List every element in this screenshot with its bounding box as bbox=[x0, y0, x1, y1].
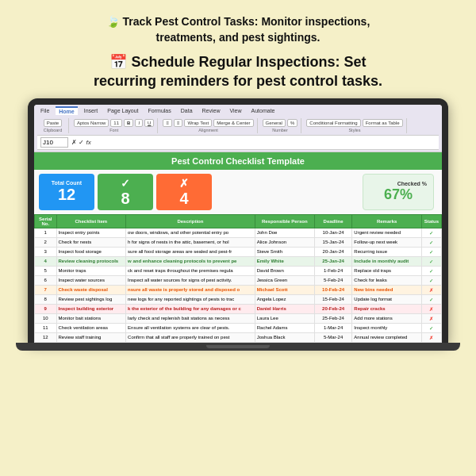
cell-item: Check for nests bbox=[56, 237, 126, 247]
cell-deadline: 15-Jan-24 bbox=[314, 237, 352, 247]
tab-page-layout[interactable]: Page Layout bbox=[104, 107, 141, 114]
table-row: 10 Monitor bait stations larly check and… bbox=[35, 313, 442, 323]
track-line2: treatments, and pest sightings. bbox=[156, 31, 321, 44]
cell-desc: Confirm that all staff are properly trai… bbox=[126, 332, 255, 342]
tab-insert[interactable]: Insert bbox=[81, 107, 102, 114]
alignment-label: Alignment bbox=[198, 128, 217, 132]
format-as-table[interactable]: Format as Table bbox=[363, 119, 403, 127]
col-person: Responsible Person bbox=[255, 214, 314, 228]
align-center[interactable]: ≡ bbox=[174, 119, 183, 127]
sheet-content: Pest Control Checklist Template Total Co… bbox=[34, 152, 442, 343]
font-size[interactable]: 11 bbox=[110, 119, 122, 127]
number-format[interactable]: General bbox=[263, 119, 286, 127]
tab-automate[interactable]: Automate bbox=[248, 107, 278, 114]
cell-remarks: Update log format bbox=[352, 294, 422, 304]
cell-deadline: 10-Feb-24 bbox=[314, 285, 352, 294]
cell-serial: 12 bbox=[35, 332, 57, 342]
clipboard-label: Clipboard bbox=[44, 128, 63, 132]
cell-remarks: Urgent review needed bbox=[352, 228, 422, 237]
cell-desc: h for signs of nests in the attic, basem… bbox=[126, 237, 255, 247]
cell-person: Laura Lee bbox=[255, 313, 314, 323]
styles-label: Styles bbox=[348, 128, 360, 132]
percent-button[interactable]: % bbox=[287, 119, 298, 127]
cell-item: Check ventilation areas bbox=[56, 323, 126, 332]
italic-button[interactable]: I bbox=[135, 119, 143, 127]
cell-desc: ow doors, windows, and other potential e… bbox=[126, 228, 255, 237]
tab-formulas[interactable]: Formulas bbox=[145, 107, 175, 114]
cell-desc: Inspect all water sources for signs of p… bbox=[126, 275, 255, 285]
cell-serial: 8 bbox=[35, 294, 57, 304]
cell-remarks: Add more stations bbox=[352, 313, 422, 323]
table-row: 4 Review cleaning protocols w and enhanc… bbox=[35, 256, 442, 266]
cell-desc: Ensure all ventilation systems are clear… bbox=[126, 323, 255, 332]
cell-deadline: 1-Feb-24 bbox=[314, 266, 352, 275]
schedule-line3: Schedule Regular Inspections: Set bbox=[131, 54, 366, 70]
track-line1: Track Pest Control Tasks: Monitor inspec… bbox=[123, 15, 370, 28]
check-count: 8 bbox=[121, 190, 129, 207]
table-row: 6 Inspect water sources Inspect all wate… bbox=[35, 275, 442, 285]
check-symbol: ✓ bbox=[121, 177, 130, 190]
tab-home[interactable]: Home bbox=[56, 106, 77, 115]
col-status: Status bbox=[421, 214, 441, 228]
cell-person: Steve Smith bbox=[255, 247, 314, 256]
cell-item: Inspect water sources bbox=[56, 275, 126, 285]
x-box: ✗ 4 bbox=[156, 174, 212, 210]
cell-status: ✗ bbox=[421, 332, 441, 342]
calendar-icon: 📅 bbox=[109, 54, 127, 70]
underline-button[interactable]: U bbox=[144, 119, 154, 127]
cell-remarks: Annual review completed bbox=[352, 332, 422, 342]
cell-serial: 9 bbox=[35, 304, 57, 313]
tab-file[interactable]: File bbox=[37, 107, 52, 114]
cell-serial: 1 bbox=[35, 228, 57, 237]
cell-desc: ck and reset traps throughout the premis… bbox=[126, 266, 255, 275]
cell-status: ✓ bbox=[421, 275, 441, 285]
table-body: 1 Inspect entry points ow doors, windows… bbox=[35, 228, 442, 342]
wrap-text[interactable]: Wrap Text bbox=[184, 119, 212, 127]
cell-reference[interactable] bbox=[40, 137, 68, 148]
formula-input[interactable] bbox=[94, 139, 436, 146]
merge-center[interactable]: Merge & Center bbox=[213, 119, 253, 127]
cell-person: Angela Lopez bbox=[255, 294, 314, 304]
formula-bar: ✗ ✓ fx bbox=[37, 136, 439, 150]
cell-item: Review pest sightings log bbox=[56, 294, 126, 304]
cell-remarks: Repair cracks bbox=[352, 304, 422, 313]
cell-remarks: Include in monthly audit bbox=[352, 256, 422, 266]
tab-review[interactable]: Review bbox=[199, 107, 224, 114]
cell-person: John Doe bbox=[255, 228, 314, 237]
cell-item: Monitor traps bbox=[56, 266, 126, 275]
conditional-formatting[interactable]: Conditional Formatting bbox=[306, 119, 360, 127]
table-row: 3 Inspect food storage sure all food sto… bbox=[35, 247, 442, 256]
x-count: 4 bbox=[179, 190, 188, 207]
tab-data[interactable]: Data bbox=[178, 107, 196, 114]
cell-person: Michael Scott bbox=[255, 285, 314, 294]
tab-view[interactable]: View bbox=[227, 107, 245, 114]
cell-item: Review staff training bbox=[56, 332, 126, 342]
check-box: ✓ 8 bbox=[98, 174, 153, 210]
cell-person: David Brown bbox=[255, 266, 314, 275]
cell-status: ✓ bbox=[421, 247, 441, 256]
cell-status: ✓ bbox=[421, 266, 441, 275]
laptop-shell: File Home Insert Page Layout Formulas Da… bbox=[28, 98, 448, 343]
table-row: 7 Check waste disposal nsure all waste i… bbox=[35, 285, 442, 294]
bold-button[interactable]: B bbox=[124, 119, 133, 127]
align-left[interactable]: ≡ bbox=[163, 119, 172, 127]
table-row: 2 Check for nests h for signs of nests i… bbox=[35, 237, 442, 247]
cell-serial: 5 bbox=[35, 266, 57, 275]
cell-person: Jessica Green bbox=[255, 275, 314, 285]
paste-button[interactable]: Paste bbox=[44, 119, 62, 127]
font-select[interactable]: Aptos Narrow bbox=[74, 119, 109, 127]
checked-pct-label: Checked % bbox=[370, 181, 427, 186]
cell-desc: k the exterior of the building for any d… bbox=[126, 304, 255, 313]
col-desc: Description bbox=[126, 214, 255, 228]
ribbon-toolbar: Paste Clipboard Aptos Narrow 11 B I U Fo… bbox=[37, 117, 439, 136]
table-row: 1 Inspect entry points ow doors, windows… bbox=[35, 228, 442, 237]
cell-status: ✓ bbox=[421, 228, 441, 237]
total-count-label: Total Count bbox=[52, 180, 82, 186]
table-row: 12 Review staff training Confirm that al… bbox=[35, 332, 442, 342]
leaf-icon: 🍃 bbox=[106, 15, 120, 28]
cell-remarks: New bins needed bbox=[352, 285, 422, 294]
cell-deadline: 5-Mar-24 bbox=[314, 332, 352, 342]
laptop-notch bbox=[206, 345, 270, 348]
cell-person: Rachel Adams bbox=[255, 323, 314, 332]
styles-group: Conditional Formatting Format as Table S… bbox=[303, 118, 406, 133]
